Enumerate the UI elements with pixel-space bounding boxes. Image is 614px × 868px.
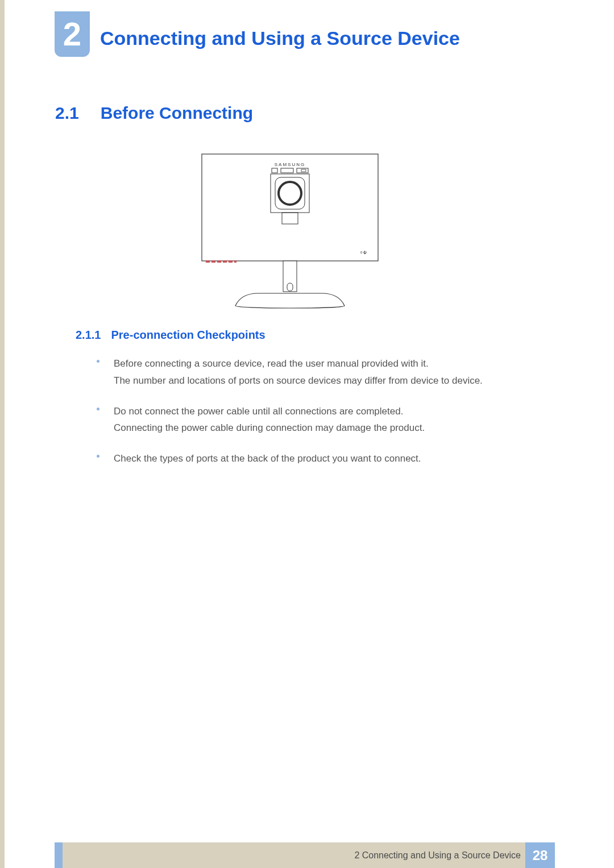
section-title: Before Connecting [101, 103, 253, 123]
chapter-header: 2 Connecting and Using a Source Device [55, 11, 460, 57]
svg-rect-11 [283, 261, 297, 292]
list-item: Do not connect the power cable until all… [97, 403, 529, 437]
svg-point-3 [279, 182, 301, 205]
monitor-rear-figure: SAMSUNG 0 ⏻ [201, 153, 379, 309]
page-footer: 2 Connecting and Using a Source Device 2… [0, 842, 614, 868]
bullet-line: Do not connect the power cable until all… [114, 403, 529, 420]
section-number: 2.1 [55, 103, 79, 123]
bullet-icon [97, 360, 99, 363]
section-heading: 2.1 Before Connecting [55, 103, 253, 123]
monitor-illustration: SAMSUNG 0 ⏻ [201, 153, 379, 309]
chapter-title: Connecting and Using a Source Device [100, 27, 460, 49]
footer-accent-stripe [55, 842, 63, 868]
subsection-heading: 2.1.1 Pre-connection Checkpoints [76, 329, 265, 342]
bullet-icon [97, 455, 99, 458]
bullet-line: The number and locations of ports on sou… [114, 372, 529, 389]
footer-chapter-text: 2 Connecting and Using a Source Device [354, 850, 521, 861]
page-number: 28 [533, 848, 548, 863]
bullet-line: Check the types of ports at the back of … [114, 450, 529, 467]
chapter-number-badge: 2 [55, 11, 90, 57]
list-item: Check the types of ports at the back of … [97, 450, 529, 467]
list-item: Before connecting a source device, read … [97, 355, 529, 389]
footer-bar: 2 Connecting and Using a Source Device [55, 842, 555, 868]
svg-rect-0 [202, 154, 378, 261]
svg-rect-8 [282, 213, 298, 224]
left-margin-stripe [0, 0, 5, 868]
subsection-title: Pre-connection Checkpoints [111, 329, 265, 342]
bullet-line: Connecting the power cable during connec… [114, 420, 529, 437]
page-number-box: 28 [525, 842, 555, 868]
bullet-list: Before connecting a source device, read … [97, 355, 529, 481]
svg-rect-6 [297, 168, 308, 173]
bullet-icon [97, 408, 99, 410]
svg-text:0 ⏻: 0 ⏻ [360, 251, 367, 254]
bullet-line: Before connecting a source device, read … [114, 355, 529, 372]
svg-rect-7 [301, 169, 306, 172]
monitor-brand-label: SAMSUNG [275, 162, 305, 167]
subsection-number: 2.1.1 [76, 329, 101, 342]
svg-rect-5 [281, 168, 293, 173]
svg-rect-4 [272, 168, 277, 173]
chapter-number: 2 [63, 18, 81, 51]
